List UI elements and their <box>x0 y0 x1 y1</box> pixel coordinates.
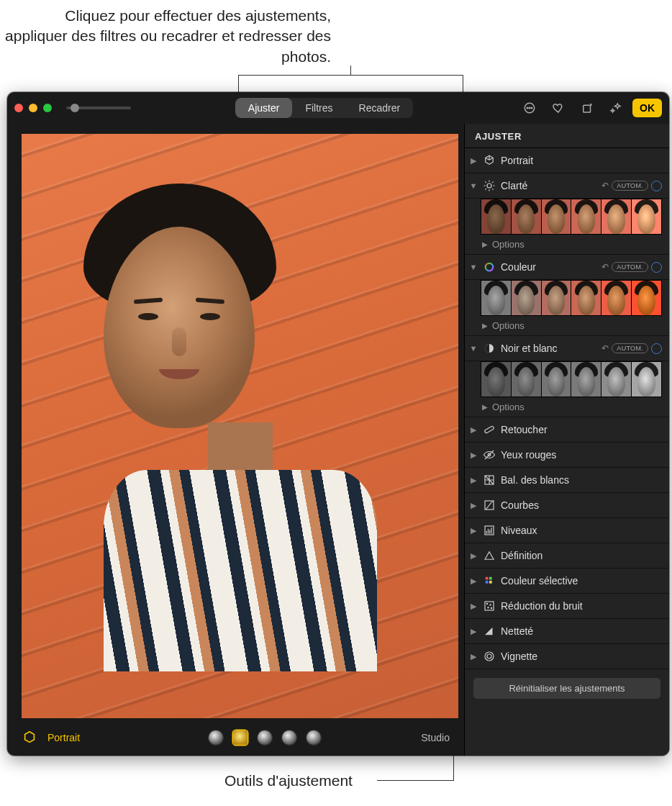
fullscreen-button[interactable] <box>43 104 52 112</box>
svg-point-23 <box>487 654 491 658</box>
bandage-icon <box>482 422 496 437</box>
sun-icon <box>482 178 496 193</box>
adjust-row-definition[interactable]: ▶ Définition <box>465 543 669 569</box>
chevron-right-icon: ▶ <box>481 322 489 330</box>
adjust-row-courbes[interactable]: ▶ Courbes <box>465 493 669 518</box>
adjust-row-couleur[interactable]: ▼ Couleur ↶ AUTOM. <box>465 255 669 280</box>
adjust-label: Noir et blanc <box>501 343 597 354</box>
adjust-label: Portrait <box>501 155 662 166</box>
options-label: Options <box>492 239 525 250</box>
options-label: Options <box>492 402 525 412</box>
close-button[interactable] <box>14 104 23 112</box>
bw-options[interactable]: ▶ Options <box>465 397 669 417</box>
auto-button[interactable]: AUTOM. <box>612 181 648 191</box>
adjust-label: Réduction du bruit <box>501 600 662 612</box>
adjust-label: Vignette <box>501 651 662 662</box>
photo-footer: Portrait Studio <box>7 720 464 756</box>
adjust-row-vignette[interactable]: ▶ Vignette <box>465 644 669 669</box>
couleur-options[interactable]: ▶ Options <box>465 316 669 336</box>
zoom-handle[interactable] <box>71 104 79 112</box>
photo-preview[interactable] <box>22 134 458 718</box>
adjust-label: Yeux rouges <box>501 449 662 461</box>
clarte-options[interactable]: ▶ Options <box>465 235 669 255</box>
adjust-row-niveaux[interactable]: ▶ Niveaux <box>465 518 669 543</box>
lighting-contour[interactable] <box>258 730 272 745</box>
levels-icon <box>482 523 496 538</box>
svg-point-20 <box>488 607 489 608</box>
adjust-row-portrait[interactable]: ▶ Portrait <box>465 148 669 173</box>
chevron-right-icon: ▶ <box>469 652 478 661</box>
tab-filters[interactable]: Filtres <box>292 98 345 118</box>
chevron-right-icon: ▶ <box>469 526 478 535</box>
eye-slash-icon <box>482 448 496 462</box>
undo-icon[interactable]: ↶ <box>601 343 609 353</box>
more-button[interactable] <box>517 97 542 119</box>
auto-button[interactable]: AUTOM. <box>612 262 648 272</box>
lighting-natural[interactable] <box>209 730 223 745</box>
tab-crop[interactable]: Recadrer <box>346 98 414 118</box>
chevron-right-icon: ▶ <box>469 450 478 460</box>
vignette-icon <box>482 649 496 664</box>
photo-area: Portrait Studio <box>7 124 464 756</box>
enable-ring[interactable] <box>651 343 662 354</box>
half-circle-icon <box>482 341 496 356</box>
svg-rect-4 <box>584 105 591 112</box>
auto-button[interactable]: AUTOM. <box>612 343 648 353</box>
content: Portrait Studio AJUSTER ▶ Portrait ▼ <box>7 124 669 756</box>
chevron-right-icon: ▶ <box>469 627 478 636</box>
auto-enhance-button[interactable] <box>604 97 628 119</box>
options-label: Options <box>492 320 525 331</box>
bw-thumbnails[interactable] <box>465 361 669 397</box>
adjust-row-bruit[interactable]: ▶ Réduction du bruit <box>465 594 669 619</box>
chevron-right-icon: ▶ <box>469 476 478 485</box>
svg-point-21 <box>491 607 491 608</box>
adjust-row-nettete[interactable]: ▶ Netteté <box>465 619 669 644</box>
callout-line <box>350 65 351 76</box>
couleur-thumbnails[interactable] <box>465 280 669 316</box>
noise-icon <box>482 599 496 613</box>
undo-icon[interactable]: ↶ <box>601 262 609 272</box>
svg-rect-16 <box>489 581 492 584</box>
svg-rect-15 <box>486 581 489 584</box>
undo-icon[interactable]: ↶ <box>601 181 609 191</box>
lighting-stage-mono[interactable] <box>307 730 321 745</box>
lighting-options <box>209 730 321 745</box>
photos-edit-window: Ajuster Filtres Recadrer OK <box>7 92 669 756</box>
svg-point-6 <box>486 263 494 271</box>
lighting-studio[interactable] <box>233 730 248 745</box>
svg-point-19 <box>490 604 491 605</box>
enable-ring[interactable] <box>651 181 662 191</box>
reset-adjustments-button[interactable]: Réinitialiser les ajustements <box>473 678 660 699</box>
reset-row: Réinitialiser les ajustements <box>465 669 669 707</box>
chevron-right-icon: ▶ <box>481 403 489 411</box>
portrait-mode-label: Portrait <box>47 732 80 743</box>
done-button[interactable]: OK <box>632 99 662 117</box>
zoom-slider[interactable] <box>66 107 131 109</box>
svg-rect-8 <box>484 426 494 434</box>
chevron-right-icon: ▶ <box>469 576 478 586</box>
adjust-row-bal-blancs[interactable]: ▶ Bal. des blancs <box>465 468 669 493</box>
color-ring-icon <box>482 260 496 274</box>
svg-rect-14 <box>489 577 492 580</box>
svg-point-22 <box>485 652 494 661</box>
adjust-label: Niveaux <box>501 525 662 536</box>
tab-adjust[interactable]: Ajuster <box>235 98 293 118</box>
adjust-label: Définition <box>501 550 662 561</box>
lighting-stage[interactable] <box>282 730 296 745</box>
adjust-row-couleur-selective[interactable]: ▶ Couleur sélective <box>465 569 669 594</box>
svg-point-1 <box>527 107 528 109</box>
adjust-row-noir-blanc[interactable]: ▼ Noir et blanc ↶ AUTOM. <box>465 336 669 361</box>
favorite-button[interactable] <box>546 97 571 119</box>
curves-icon <box>482 498 496 512</box>
enable-ring[interactable] <box>651 262 662 273</box>
chevron-right-icon: ▶ <box>469 602 478 611</box>
adjust-panel: AJUSTER ▶ Portrait ▼ Clarté ↶ AUTOM. <box>464 124 669 756</box>
minimize-button[interactable] <box>29 104 37 112</box>
adjust-row-yeux-rouges[interactable]: ▶ Yeux rouges <box>465 443 669 468</box>
callout-line <box>377 780 454 781</box>
adjust-row-retoucher[interactable]: ▶ Retoucher <box>465 417 669 443</box>
rotate-button[interactable] <box>575 97 599 119</box>
clarte-thumbnails[interactable] <box>465 199 669 235</box>
adjust-row-clarte[interactable]: ▼ Clarté ↶ AUTOM. <box>465 173 669 199</box>
portrait-mode-icon <box>22 730 37 746</box>
